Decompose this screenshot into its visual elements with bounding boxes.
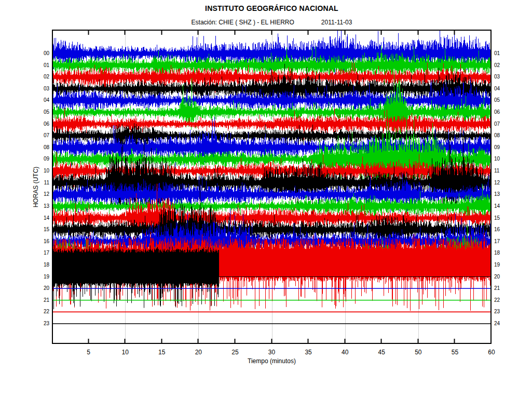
helicorder-figure: INSTITUTO GEOGRÁFICO NACIONAL Estación: … <box>0 0 532 399</box>
hour-label-right: 22 <box>494 297 510 303</box>
date-label: 2011-11-03 <box>321 19 352 26</box>
hour-label-right: 08 <box>494 132 510 139</box>
hour-label-right: 15 <box>494 215 510 221</box>
station-line: Estación: CHIE ( SHZ ) - EL HIERRO <box>192 19 294 26</box>
x-tick-label: 35 <box>297 349 320 356</box>
x-tick-label: 10 <box>114 349 137 356</box>
x-tick-label: 60 <box>480 349 503 356</box>
hour-label-right: 14 <box>494 203 510 209</box>
hour-label-right: 17 <box>494 238 510 245</box>
hour-label-right: 23 <box>494 309 510 315</box>
seismogram-canvas <box>52 30 492 344</box>
x-tick-label: 20 <box>187 349 210 356</box>
hour-label-right: 05 <box>494 97 510 103</box>
hour-label-right: 02 <box>494 62 510 69</box>
hour-label-right: 13 <box>494 191 510 197</box>
hour-label-right: 19 <box>494 262 510 268</box>
x-tick-label: 5 <box>77 349 100 356</box>
hour-label-right: 20 <box>494 274 510 280</box>
x-tick-label: 25 <box>224 349 247 356</box>
hour-label-right: 21 <box>494 285 510 291</box>
subtitle: Estación: CHIE ( SHZ ) - EL HIERRO 2011-… <box>52 19 492 26</box>
x-axis-label: Tiempo (minutos) <box>52 357 492 365</box>
hour-label-right: 10 <box>494 156 510 162</box>
hour-label-right: 04 <box>494 86 510 92</box>
hour-label-right: 07 <box>494 121 510 127</box>
x-tick-label: 30 <box>261 349 283 356</box>
x-tick-label: 40 <box>334 349 357 356</box>
plot-area <box>52 30 492 344</box>
hour-label-right: 06 <box>494 109 510 115</box>
hour-label-right: 11 <box>494 168 510 174</box>
hour-label-right: 12 <box>494 180 510 186</box>
x-tick-label: 50 <box>407 349 430 356</box>
x-tick-label: 55 <box>443 349 466 356</box>
hour-label-right: 09 <box>494 144 510 151</box>
hour-label-right: 24 <box>494 321 510 327</box>
hour-label-right: 01 <box>494 50 510 57</box>
hour-label-right: 16 <box>494 227 510 233</box>
y-axis-label: HORAS (UTC) <box>30 30 42 344</box>
hour-label-right: 03 <box>494 74 510 80</box>
x-tick-label: 45 <box>370 349 393 356</box>
x-tick-label: 15 <box>151 349 173 356</box>
hour-label-right: 18 <box>494 250 510 256</box>
page-title: INSTITUTO GEOGRÁFICO NACIONAL <box>52 4 492 12</box>
